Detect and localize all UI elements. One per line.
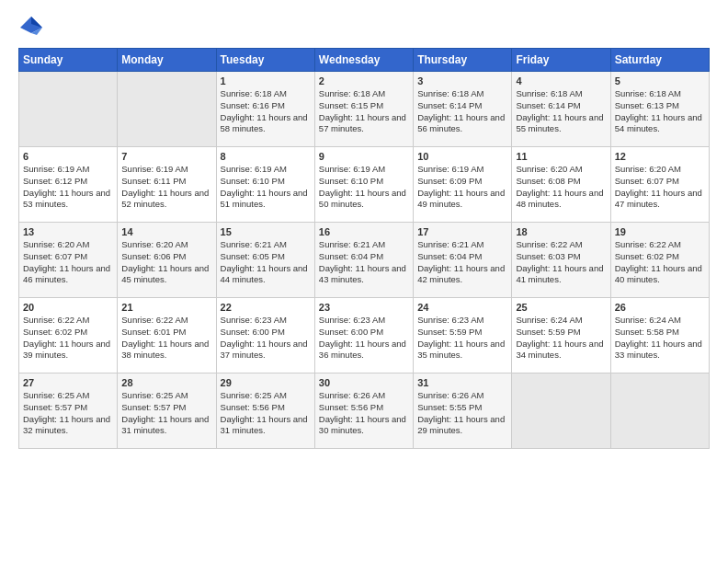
cell-info: Sunrise: 6:23 AMSunset: 6:00 PMDaylight:…	[319, 315, 409, 362]
cell-info: Sunrise: 6:26 AMSunset: 5:56 PMDaylight:…	[319, 390, 409, 437]
calendar-cell: 21Sunrise: 6:22 AMSunset: 6:01 PMDayligh…	[118, 298, 216, 373]
cell-info: Sunrise: 6:18 AMSunset: 6:16 PMDaylight:…	[221, 88, 311, 135]
day-number: 21	[121, 302, 211, 313]
calendar-cell: 18Sunrise: 6:22 AMSunset: 6:03 PMDayligh…	[512, 223, 610, 298]
cell-info: Sunrise: 6:21 AMSunset: 6:04 PMDaylight:…	[417, 239, 507, 286]
cell-info: Sunrise: 6:19 AMSunset: 6:09 PMDaylight:…	[417, 164, 507, 211]
calendar-cell: 26Sunrise: 6:24 AMSunset: 5:58 PMDayligh…	[610, 298, 709, 373]
calendar-cell: 11Sunrise: 6:20 AMSunset: 6:08 PMDayligh…	[512, 147, 610, 223]
calendar-cell: 3Sunrise: 6:18 AMSunset: 6:14 PMDaylight…	[414, 72, 512, 147]
calendar-cell: 14Sunrise: 6:20 AMSunset: 6:06 PMDayligh…	[118, 223, 216, 298]
cell-info: Sunrise: 6:21 AMSunset: 6:04 PMDaylight:…	[319, 239, 409, 286]
day-number: 31	[417, 377, 507, 388]
calendar-cell: 27Sunrise: 6:25 AMSunset: 5:57 PMDayligh…	[19, 373, 118, 449]
day-number: 10	[417, 151, 507, 162]
day-number: 5	[615, 75, 705, 86]
cell-info: Sunrise: 6:19 AMSunset: 6:10 PMDaylight:…	[221, 164, 311, 211]
day-number: 23	[319, 302, 409, 313]
calendar-cell: 1Sunrise: 6:18 AMSunset: 6:16 PMDaylight…	[216, 72, 314, 147]
cell-info: Sunrise: 6:18 AMSunset: 6:13 PMDaylight:…	[615, 88, 705, 135]
cell-info: Sunrise: 6:24 AMSunset: 5:59 PMDaylight:…	[516, 315, 606, 362]
calendar-cell: 9Sunrise: 6:19 AMSunset: 6:10 PMDaylight…	[314, 147, 413, 223]
calendar-cell: 23Sunrise: 6:23 AMSunset: 6:00 PMDayligh…	[314, 298, 413, 373]
day-number: 16	[319, 226, 409, 237]
day-number: 24	[417, 302, 507, 313]
day-number: 27	[23, 377, 113, 388]
calendar-cell: 4Sunrise: 6:18 AMSunset: 6:14 PMDaylight…	[512, 72, 610, 147]
day-header-thursday: Thursday	[414, 49, 512, 72]
calendar-header: SundayMondayTuesdayWednesdayThursdayFrid…	[19, 49, 710, 72]
week-row-4: 20Sunrise: 6:22 AMSunset: 6:02 PMDayligh…	[19, 298, 710, 373]
cell-info: Sunrise: 6:19 AMSunset: 6:11 PMDaylight:…	[121, 164, 211, 211]
day-header-friday: Friday	[512, 49, 610, 72]
cell-info: Sunrise: 6:20 AMSunset: 6:07 PMDaylight:…	[615, 164, 705, 211]
day-number: 25	[516, 302, 606, 313]
calendar-cell	[512, 373, 610, 449]
calendar-cell: 28Sunrise: 6:25 AMSunset: 5:57 PMDayligh…	[118, 373, 216, 449]
cell-info: Sunrise: 6:22 AMSunset: 6:02 PMDaylight:…	[23, 315, 113, 362]
calendar-cell: 16Sunrise: 6:21 AMSunset: 6:04 PMDayligh…	[314, 223, 413, 298]
day-number: 13	[23, 226, 113, 237]
day-number: 30	[319, 377, 409, 388]
day-header-tuesday: Tuesday	[216, 49, 314, 72]
cell-info: Sunrise: 6:26 AMSunset: 5:55 PMDaylight:…	[417, 390, 507, 437]
cell-info: Sunrise: 6:18 AMSunset: 6:14 PMDaylight:…	[516, 88, 606, 135]
calendar-cell: 13Sunrise: 6:20 AMSunset: 6:07 PMDayligh…	[19, 223, 118, 298]
calendar-cell: 30Sunrise: 6:26 AMSunset: 5:56 PMDayligh…	[314, 373, 413, 449]
day-number: 15	[221, 226, 311, 237]
day-number: 19	[615, 226, 705, 237]
calendar-cell: 22Sunrise: 6:23 AMSunset: 6:00 PMDayligh…	[216, 298, 314, 373]
cell-info: Sunrise: 6:23 AMSunset: 5:59 PMDaylight:…	[417, 315, 507, 362]
day-header-monday: Monday	[118, 49, 216, 72]
cell-info: Sunrise: 6:20 AMSunset: 6:06 PMDaylight:…	[121, 239, 211, 286]
day-number: 26	[615, 302, 705, 313]
calendar-cell: 25Sunrise: 6:24 AMSunset: 5:59 PMDayligh…	[512, 298, 610, 373]
cell-info: Sunrise: 6:18 AMSunset: 6:15 PMDaylight:…	[319, 88, 409, 135]
cell-info: Sunrise: 6:22 AMSunset: 6:01 PMDaylight:…	[121, 315, 211, 362]
calendar-cell: 6Sunrise: 6:19 AMSunset: 6:12 PMDaylight…	[19, 147, 118, 223]
calendar-cell	[610, 373, 709, 449]
day-number: 6	[23, 151, 113, 162]
cell-info: Sunrise: 6:18 AMSunset: 6:14 PMDaylight:…	[417, 88, 507, 135]
header	[18, 15, 710, 40]
day-number: 18	[516, 226, 606, 237]
cell-info: Sunrise: 6:21 AMSunset: 6:05 PMDaylight:…	[221, 239, 311, 286]
day-number: 7	[121, 151, 211, 162]
calendar-cell: 19Sunrise: 6:22 AMSunset: 6:02 PMDayligh…	[610, 223, 709, 298]
day-header-sunday: Sunday	[19, 49, 118, 72]
calendar-cell	[19, 72, 118, 147]
calendar-cell: 7Sunrise: 6:19 AMSunset: 6:11 PMDaylight…	[118, 147, 216, 223]
week-row-1: 1Sunrise: 6:18 AMSunset: 6:16 PMDaylight…	[19, 72, 710, 147]
logo-icon	[18, 15, 44, 40]
day-number: 11	[516, 151, 606, 162]
calendar-cell	[118, 72, 216, 147]
header-row: SundayMondayTuesdayWednesdayThursdayFrid…	[19, 49, 710, 72]
week-row-5: 27Sunrise: 6:25 AMSunset: 5:57 PMDayligh…	[19, 373, 710, 449]
calendar-cell: 29Sunrise: 6:25 AMSunset: 5:56 PMDayligh…	[216, 373, 314, 449]
calendar-table: SundayMondayTuesdayWednesdayThursdayFrid…	[18, 48, 710, 449]
cell-info: Sunrise: 6:19 AMSunset: 6:12 PMDaylight:…	[23, 164, 113, 211]
day-number: 22	[221, 302, 311, 313]
calendar-cell: 2Sunrise: 6:18 AMSunset: 6:15 PMDaylight…	[314, 72, 413, 147]
calendar-body: 1Sunrise: 6:18 AMSunset: 6:16 PMDaylight…	[19, 72, 710, 449]
day-number: 2	[319, 75, 409, 86]
page: SundayMondayTuesdayWednesdayThursdayFrid…	[0, 0, 728, 458]
day-number: 4	[516, 75, 606, 86]
calendar-cell: 31Sunrise: 6:26 AMSunset: 5:55 PMDayligh…	[414, 373, 512, 449]
day-number: 3	[417, 75, 507, 86]
day-number: 20	[23, 302, 113, 313]
cell-info: Sunrise: 6:25 AMSunset: 5:56 PMDaylight:…	[221, 390, 311, 437]
calendar-cell: 20Sunrise: 6:22 AMSunset: 6:02 PMDayligh…	[19, 298, 118, 373]
day-number: 12	[615, 151, 705, 162]
cell-info: Sunrise: 6:24 AMSunset: 5:58 PMDaylight:…	[615, 315, 705, 362]
day-number: 9	[319, 151, 409, 162]
calendar-cell: 10Sunrise: 6:19 AMSunset: 6:09 PMDayligh…	[414, 147, 512, 223]
day-number: 8	[221, 151, 311, 162]
day-header-wednesday: Wednesday	[314, 49, 413, 72]
day-number: 28	[121, 377, 211, 388]
cell-info: Sunrise: 6:25 AMSunset: 5:57 PMDaylight:…	[121, 390, 211, 437]
cell-info: Sunrise: 6:22 AMSunset: 6:03 PMDaylight:…	[516, 239, 606, 286]
cell-info: Sunrise: 6:19 AMSunset: 6:10 PMDaylight:…	[319, 164, 409, 211]
calendar-cell: 17Sunrise: 6:21 AMSunset: 6:04 PMDayligh…	[414, 223, 512, 298]
day-header-saturday: Saturday	[610, 49, 709, 72]
